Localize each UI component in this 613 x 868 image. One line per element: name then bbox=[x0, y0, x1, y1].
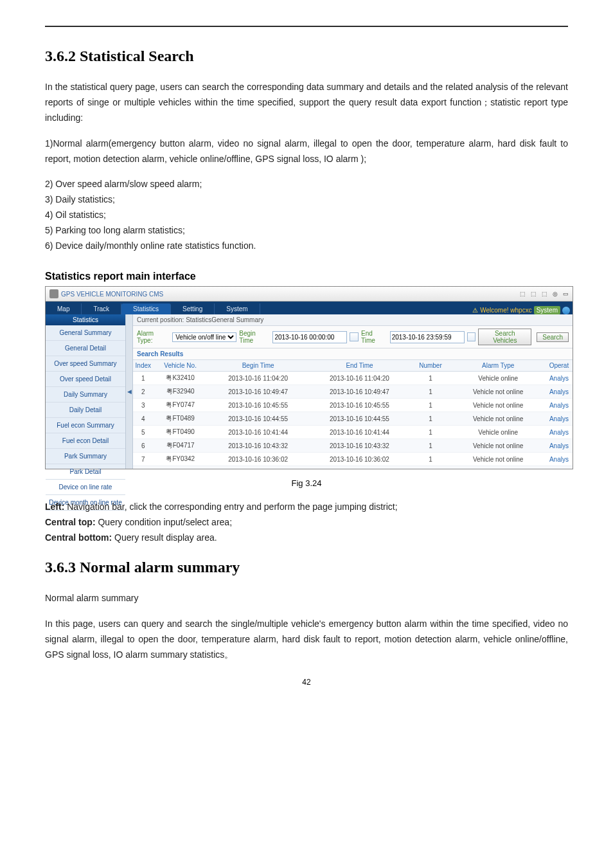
cell-operat: Analys bbox=[546, 426, 573, 439]
analys-link[interactable]: Analys bbox=[549, 456, 569, 463]
cell-end: 2013-10-16 10:36:02 bbox=[309, 453, 411, 466]
tab-setting[interactable]: Setting bbox=[171, 303, 215, 314]
col-alarm: Alarm Type bbox=[451, 360, 546, 372]
sidebar-item-daily-summary[interactable]: Daily Summary bbox=[46, 387, 125, 402]
cell-vehicle: 粤F04717 bbox=[154, 439, 208, 453]
table-row: 3粤FY07472013-10-16 10:45:552013-10-16 10… bbox=[133, 399, 573, 412]
cell-begin: 2013-10-16 10:49:47 bbox=[208, 385, 309, 399]
cell-number: 1 bbox=[410, 453, 450, 466]
cell-number: 1 bbox=[410, 412, 450, 426]
sidebar-item-fuel-detail[interactable]: Fuel econ Detail bbox=[46, 433, 125, 449]
toolbar-icon[interactable]: ◎ bbox=[553, 291, 558, 297]
table-row: 4粤FT04892013-10-16 10:44:552013-10-16 10… bbox=[133, 412, 573, 426]
cell-operat: Analys bbox=[546, 453, 573, 466]
cell-begin: 2013-10-16 10:41:44 bbox=[208, 426, 309, 439]
begin-time-input[interactable] bbox=[272, 331, 347, 343]
sidebar-item-overspeed-summary[interactable]: Over speed Summary bbox=[46, 356, 125, 372]
search-vehicles-button[interactable]: Search Vehicles bbox=[478, 329, 531, 345]
main-tabbar: Map Track Statistics Setting System ⚠ We… bbox=[46, 302, 573, 314]
system-badge[interactable]: System bbox=[534, 306, 560, 314]
cell-index: 3 bbox=[133, 399, 154, 412]
cell-alarm: Vehicle not online bbox=[451, 453, 546, 466]
sidebar-collapse-handle[interactable]: ◀ bbox=[126, 314, 133, 469]
cell-index: 4 bbox=[133, 412, 154, 426]
col-number: Number bbox=[410, 360, 450, 372]
cell-alarm: Vehicle not online bbox=[451, 439, 546, 453]
table-row: 7粤FY03422013-10-16 10:36:022013-10-16 10… bbox=[133, 453, 573, 466]
sidebar-item-park-detail[interactable]: Park Detail bbox=[46, 464, 125, 480]
alarm-type-select[interactable]: Vehicle on/off line bbox=[172, 332, 236, 342]
cell-alarm: Vehicle online bbox=[451, 426, 546, 439]
cell-operat: Analys bbox=[546, 466, 573, 469]
cell-vehicle: 粤F32940 bbox=[154, 385, 208, 399]
stats-interface-title: Statistics report main interface bbox=[45, 271, 568, 282]
layout-central-bottom: Central bottom: Query result display are… bbox=[45, 530, 568, 545]
sidebar-item-device-online[interactable]: Device on line rate bbox=[46, 480, 125, 495]
cell-vehicle: 粤FY0342 bbox=[154, 453, 208, 466]
table-row: 5粤FT04902013-10-16 10:41:442013-10-16 10… bbox=[133, 426, 573, 439]
search-button[interactable]: Search bbox=[537, 332, 569, 342]
analys-link[interactable]: Analys bbox=[549, 415, 569, 422]
cell-vehicle: 粤FY0747 bbox=[154, 399, 208, 412]
toolbar-icon[interactable]: ⬚ bbox=[520, 291, 526, 297]
table-row: 6粤F047172013-10-16 10:43:322013-10-16 10… bbox=[133, 439, 573, 453]
cell-index: 2 bbox=[133, 385, 154, 399]
cell-begin: 2013-10-16 10:36:02 bbox=[208, 453, 309, 466]
cell-operat: Analys bbox=[546, 372, 573, 385]
sidebar-item-fuel-summary[interactable]: Fuel econ Summary bbox=[46, 418, 125, 433]
toolbar-icon[interactable]: ⬚ bbox=[542, 291, 547, 297]
cell-vehicle: 粤FT0489 bbox=[154, 412, 208, 426]
intro-paragraph: In the statistical query page, users can… bbox=[45, 79, 568, 125]
cell-operat: Analys bbox=[546, 439, 573, 453]
toolbar-icon[interactable]: ▭ bbox=[563, 291, 569, 297]
cell-end: 2013-10-16 10:44:55 bbox=[309, 412, 411, 426]
tab-system[interactable]: System bbox=[215, 303, 260, 314]
cell-index: 5 bbox=[133, 426, 154, 439]
tab-track[interactable]: Track bbox=[82, 303, 121, 314]
cell-number: 1 bbox=[410, 399, 450, 412]
end-time-label: End Time bbox=[361, 330, 387, 344]
cell-end: 2013-10-16 11:04:20 bbox=[309, 372, 411, 385]
calendar-icon[interactable] bbox=[467, 332, 476, 341]
analys-link[interactable]: Analys bbox=[549, 375, 569, 382]
tab-map[interactable]: Map bbox=[46, 303, 82, 314]
sidebar-item-overspeed-detail[interactable]: Over speed Detail bbox=[46, 372, 125, 387]
power-icon[interactable] bbox=[562, 307, 570, 314]
cell-alarm: Vehicle not online bbox=[451, 412, 546, 426]
analys-link[interactable]: Analys bbox=[549, 442, 569, 449]
end-time-input[interactable] bbox=[390, 331, 465, 343]
cell-begin: 2013-10-16 11:04:20 bbox=[208, 372, 309, 385]
cell-end: 2013-10-16 10:28:02 bbox=[309, 466, 411, 469]
sidebar-item-daily-detail[interactable]: Daily Detail bbox=[46, 402, 125, 418]
layout-left: Left: Navigation bar, click the correspo… bbox=[45, 500, 568, 514]
analys-link[interactable]: Analys bbox=[549, 402, 569, 409]
cell-begin: 2013-10-16 10:45:55 bbox=[208, 399, 309, 412]
analys-link[interactable]: Analys bbox=[549, 429, 569, 436]
begin-time-label: Begin Time bbox=[239, 330, 270, 344]
cell-number: 1 bbox=[410, 466, 450, 469]
cell-alarm: Vehicle online bbox=[451, 372, 546, 385]
alarm-type-label: Alarm Type: bbox=[137, 330, 170, 344]
col-begin: Begin Time bbox=[208, 360, 309, 372]
cell-index: 1 bbox=[133, 372, 154, 385]
sidebar: Statistics General Summary General Detai… bbox=[46, 314, 126, 469]
cell-index: 7 bbox=[133, 453, 154, 466]
analys-link[interactable]: Analys bbox=[549, 388, 569, 395]
tab-statistics[interactable]: Statistics bbox=[121, 303, 171, 314]
cell-alarm: Vehicle not online bbox=[451, 385, 546, 399]
col-index: Index bbox=[133, 360, 154, 372]
col-operat: Operat bbox=[546, 360, 573, 372]
sidebar-item-general-summary[interactable]: General Summary bbox=[46, 325, 125, 341]
calendar-icon[interactable] bbox=[350, 332, 359, 341]
results-table: Index Vehicle No. Begin Time End Time Nu… bbox=[133, 359, 573, 469]
cell-begin: 2013-10-16 10:43:32 bbox=[208, 439, 309, 453]
cell-operat: Analys bbox=[546, 385, 573, 399]
cell-vehicle: 粤F04969 bbox=[154, 466, 208, 469]
sidebar-item-park-summary[interactable]: Park Summary bbox=[46, 449, 125, 464]
sidebar-item-general-detail[interactable]: General Detail bbox=[46, 341, 125, 356]
toolbar-icon[interactable]: ⬚ bbox=[531, 291, 537, 297]
normal-alarm-body: In this page, users can query and search… bbox=[45, 616, 568, 662]
list-item-2: 2) Over speed alarm/slow speed alarm; bbox=[45, 177, 568, 191]
cell-begin: 2013-10-16 10:44:55 bbox=[208, 412, 309, 426]
cell-number: 1 bbox=[410, 426, 450, 439]
